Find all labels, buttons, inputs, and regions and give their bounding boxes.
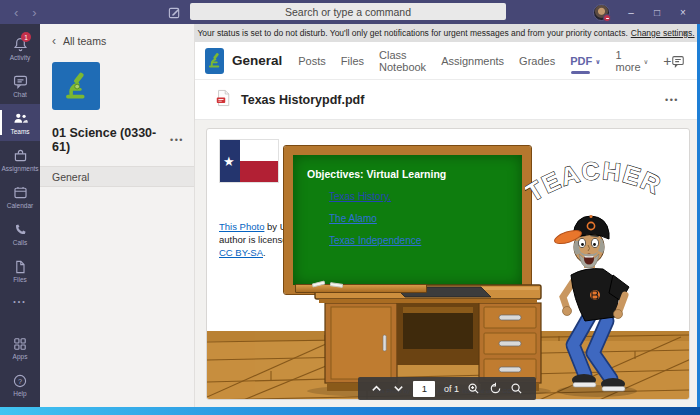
page-up-button[interactable] xyxy=(370,382,383,395)
file-icon xyxy=(12,259,28,275)
channel-item-general[interactable]: General xyxy=(40,166,194,187)
tab-files[interactable]: Files xyxy=(341,55,364,67)
titlebar-controls: – □ × xyxy=(593,0,694,24)
channel-tabs: Posts Files Class Notebook Assignments G… xyxy=(298,42,671,80)
chevron-left-icon: ‹ xyxy=(52,34,56,48)
all-teams-label: All teams xyxy=(63,35,106,47)
sidebar-item-apps[interactable]: Apps xyxy=(0,329,40,366)
chevron-down-icon: ∨ xyxy=(644,58,649,66)
help-icon: ? xyxy=(12,373,28,389)
teacher-wordart: TEACHER xyxy=(525,154,667,216)
microscope-icon xyxy=(59,69,93,103)
sidebar-item-label: Calendar xyxy=(7,202,33,209)
page-number-input[interactable] xyxy=(413,381,435,397)
tab-grades[interactable]: Grades xyxy=(519,55,555,67)
pdf-viewer: ★ This Photo by Unknown author is licens… xyxy=(195,120,697,407)
tab-assignments[interactable]: Assignments xyxy=(441,55,504,67)
tab-1-more-label: 1 more xyxy=(615,49,640,73)
team-more-button[interactable]: ••• xyxy=(170,135,184,145)
sidebar-item-label: Apps xyxy=(13,353,28,360)
sidebar-item-calendar[interactable]: Calendar xyxy=(0,178,40,215)
user-avatar[interactable] xyxy=(593,4,610,21)
page-count-label: of 1 xyxy=(444,384,459,394)
sidebar-item-label: Calls xyxy=(13,239,27,246)
conversation-icon[interactable] xyxy=(671,54,685,68)
activity-badge: 1 xyxy=(21,32,31,42)
sidebar-item-label: Help xyxy=(13,390,26,397)
file-more-button[interactable]: ••• xyxy=(665,95,679,105)
tab-pdf[interactable]: PDF∨ xyxy=(570,55,600,67)
sidebar-item-help[interactable]: ? Help xyxy=(0,366,40,403)
search-input[interactable] xyxy=(190,3,506,20)
microscope-icon xyxy=(205,51,224,70)
channel-header: General Posts Files Class Notebook Assig… xyxy=(195,42,697,80)
back-arrow-icon[interactable]: ‹ xyxy=(14,5,32,20)
sidebar-item-activity[interactable]: Activity 1 xyxy=(0,30,40,67)
sidebar-item-assignments[interactable]: Assignments xyxy=(0,141,40,178)
compose-icon[interactable] xyxy=(168,5,181,23)
teams-icon xyxy=(11,110,29,127)
rotate-icon[interactable] xyxy=(489,382,502,395)
window-bottom-edge xyxy=(0,407,700,415)
sidebar-item-label: Files xyxy=(13,276,27,283)
pdf-page: ★ This Photo by Unknown author is licens… xyxy=(206,128,690,400)
tab-1-more[interactable]: 1 more∨ xyxy=(615,49,648,73)
svg-text:?: ? xyxy=(18,376,22,385)
texas-history-link[interactable]: Texas History, xyxy=(329,191,391,202)
sidebar-item-label: Teams xyxy=(10,128,29,135)
status-banner: Your status is set to do not disturb. Yo… xyxy=(195,24,697,42)
board-title: Objectives: Virtual Learning xyxy=(307,168,522,180)
pdf-file-icon xyxy=(215,89,231,111)
teacher-character xyxy=(529,209,669,399)
sidebar-item-files[interactable]: Files xyxy=(0,252,40,289)
citation-text: . xyxy=(263,247,266,258)
svg-text:TEACHER: TEACHER xyxy=(525,156,666,207)
chalk-tray xyxy=(295,284,427,293)
zoom-in-icon[interactable] xyxy=(467,382,480,395)
page-down-button[interactable] xyxy=(392,382,405,395)
channel-actions: ••• xyxy=(671,54,700,68)
chalkboard: Objectives: Virtual Learning Texas Histo… xyxy=(284,146,531,294)
sidebar-item-teams[interactable]: Teams xyxy=(0,104,40,141)
tab-pdf-label: PDF xyxy=(570,55,592,67)
titlebar: ‹› – □ × xyxy=(0,0,700,24)
the-alamo-link[interactable]: The Alamo xyxy=(329,213,377,224)
flag-star: ★ xyxy=(223,154,235,169)
status-banner-text: Your status is set to do not disturb. Yo… xyxy=(197,28,627,38)
cc-by-sa-link[interactable]: CC BY-SA xyxy=(219,247,263,258)
close-button[interactable]: × xyxy=(672,0,694,24)
page-title: General xyxy=(232,53,282,68)
assignments-icon xyxy=(12,147,29,164)
history-nav[interactable]: ‹› xyxy=(14,5,51,20)
banner-close-icon[interactable]: × xyxy=(682,24,688,42)
texas-flag: ★ xyxy=(219,139,279,183)
this-photo-link[interactable]: This Photo xyxy=(219,221,264,232)
tab-posts[interactable]: Posts xyxy=(298,55,326,67)
texas-independence-link[interactable]: Texas Independence xyxy=(329,235,421,246)
more-apps-icon[interactable]: ••• xyxy=(0,289,40,313)
main-content: Your status is set to do not disturb. Yo… xyxy=(195,24,697,407)
add-tab-button[interactable]: + xyxy=(663,53,671,69)
channel-team-avatar xyxy=(205,48,224,74)
forward-arrow-icon[interactable]: › xyxy=(32,5,50,20)
teams-panel: ‹ All teams 01 Science (0330-61) ••• Gen… xyxy=(40,24,195,407)
sidebar-item-label: Activity xyxy=(10,54,31,61)
maximize-button[interactable]: □ xyxy=(646,0,668,24)
minimize-button[interactable]: – xyxy=(620,0,642,24)
chat-icon xyxy=(12,73,29,90)
team-name: 01 Science (0330-61) xyxy=(52,126,170,154)
team-avatar[interactable] xyxy=(52,62,100,110)
file-header: Texas Historypdf.pdf ••• xyxy=(195,80,697,120)
phone-icon xyxy=(12,222,28,238)
chalk-piece xyxy=(330,282,343,287)
app-rail: Activity 1 Chat Teams Assignments Calend… xyxy=(0,24,40,407)
sidebar-item-calls[interactable]: Calls xyxy=(0,215,40,252)
chevron-down-icon: ∨ xyxy=(595,58,600,66)
all-teams-back-link[interactable]: ‹ All teams xyxy=(40,24,194,48)
team-name-row: 01 Science (0330-61) ••• xyxy=(40,110,194,154)
search-icon[interactable] xyxy=(510,382,523,395)
sidebar-item-chat[interactable]: Chat xyxy=(0,67,40,104)
calendar-icon xyxy=(12,184,29,201)
tab-class-notebook[interactable]: Class Notebook xyxy=(379,49,426,73)
apps-grid-icon xyxy=(12,336,28,352)
